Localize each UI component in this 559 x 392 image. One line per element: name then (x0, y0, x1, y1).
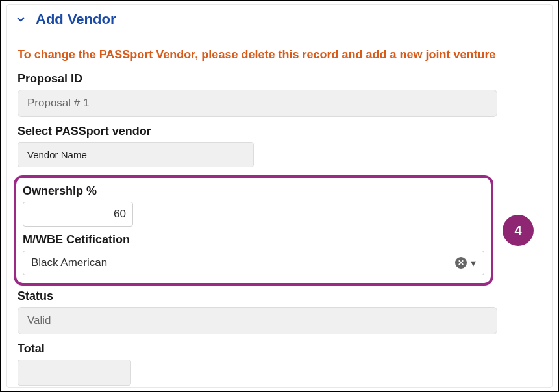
total-label: Total (18, 342, 497, 356)
clear-icon[interactable]: ✕ (455, 257, 467, 269)
status-input: Valid (18, 307, 497, 334)
cert-group: M/WBE Cetification Black American ✕ ▾ (23, 232, 484, 276)
proposal-id-group: Proposal ID Proposal # 1 (14, 68, 501, 121)
screenshot-frame: Add Vendor To change the PASSport Vendor… (0, 0, 559, 392)
panel-header[interactable]: Add Vendor (7, 5, 508, 36)
panel-body: To change the PASSport Vendor, please de… (7, 36, 508, 389)
cert-dropdown[interactable]: Black American ✕ ▾ (23, 251, 484, 275)
total-group: Total (14, 338, 501, 389)
vendor-group: Select PASSport vendor Vendor Name (14, 121, 501, 171)
proposal-id-input: Proposal # 1 (18, 90, 497, 117)
add-vendor-panel: Add Vendor To change the PASSport Vendor… (6, 4, 553, 388)
caret-down-icon: ▾ (471, 257, 476, 269)
ownership-label: Ownership % (23, 184, 484, 198)
highlighted-section: Ownership % M/WBE Cetification Black Ame… (14, 175, 493, 286)
ownership-input[interactable] (23, 202, 133, 227)
proposal-id-label: Proposal ID (18, 72, 497, 86)
status-group: Status Valid (14, 286, 501, 338)
chevron-down-icon (15, 14, 27, 25)
warning-message: To change the PASSport Vendor, please de… (14, 36, 501, 68)
vendor-input[interactable]: Vendor Name (18, 142, 254, 167)
status-label: Status (18, 289, 497, 303)
cert-label: M/WBE Cetification (23, 233, 484, 247)
panel-title: Add Vendor (36, 11, 116, 28)
step-badge: 4 (503, 215, 534, 246)
cert-value: Black American (31, 256, 455, 269)
vendor-label: Select PASSport vendor (18, 125, 497, 138)
ownership-group: Ownership % (23, 183, 484, 232)
total-input[interactable] (18, 360, 131, 386)
